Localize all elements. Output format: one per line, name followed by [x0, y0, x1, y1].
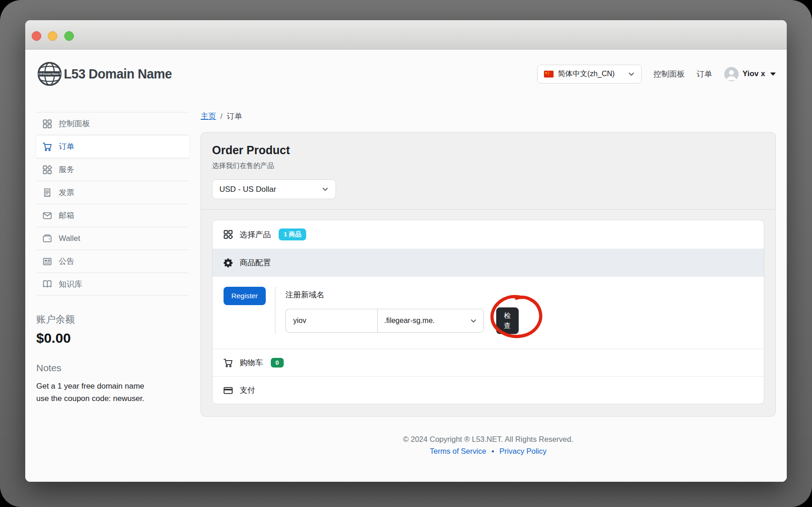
book-icon	[43, 279, 52, 289]
register-domain-label: 注册新域名	[286, 290, 519, 300]
footer-separator: •	[492, 447, 494, 455]
page-content: L53 Domain Name ® L53 Domain Name	[25, 50, 787, 482]
window-titlebar	[25, 20, 787, 50]
site-header: L53 Domain Name ® L53 Domain Name	[36, 50, 776, 98]
close-window-button[interactable]	[32, 31, 41, 41]
sidebar-item-label: 发票	[59, 187, 74, 198]
main-content: 主页 / 订单 Order Product 选择我们在售的产品 USD - US…	[201, 98, 776, 456]
step-label: 购物车	[240, 357, 263, 368]
register-tab-button[interactable]: Register	[224, 287, 266, 305]
notes-heading: Notes	[36, 362, 189, 373]
brand-logo[interactable]: L53 Domain Name ® L53 Domain Name	[36, 61, 172, 87]
breadcrumb: 主页 / 订单	[201, 111, 776, 122]
domain-name-input[interactable]	[286, 309, 377, 333]
cart-icon	[43, 142, 52, 151]
nav-orders-link[interactable]: 订单	[697, 69, 712, 79]
sidebar-item-label: 邮箱	[59, 210, 74, 221]
page-title: Order Product	[212, 144, 764, 157]
sidebar-item-announcements[interactable]: 公告	[36, 250, 189, 273]
currency-select-value: USD - US Dollar	[219, 185, 276, 194]
account-balance-label: 账户余额	[36, 313, 189, 326]
tld-select[interactable]: .filegear-sg.me.	[377, 309, 484, 333]
minimize-window-button[interactable]	[48, 31, 57, 41]
check-domain-button[interactable]: 检 查	[496, 307, 519, 334]
svg-text:L53 Domain Name ®: L53 Domain Name ®	[38, 72, 61, 75]
copyright-text: © 2024 Copyright ® L53.NET. All Rights R…	[201, 435, 776, 444]
cart-icon	[224, 358, 233, 368]
globe-logo-icon: L53 Domain Name ®	[36, 61, 63, 87]
sidebar-item-label: 知识库	[59, 279, 82, 290]
step-configure-product[interactable]: 商品配置	[213, 249, 764, 276]
terms-of-service-link[interactable]: Terms of Service	[430, 447, 486, 455]
cart-count-badge: 0	[271, 358, 284, 368]
sidebar-item-label: 控制面板	[59, 118, 90, 129]
currency-select[interactable]: USD - US Dollar	[212, 179, 336, 199]
account-balance-value: $0.00	[36, 330, 189, 346]
order-product-card: Order Product 选择我们在售的产品 USD - US Dollar	[201, 132, 776, 417]
domain-config-section: Register 注册新域名 .filegear-sg.me.	[213, 276, 764, 349]
sidebar-item-dashboard[interactable]: 控制面板	[36, 112, 189, 135]
product-count-badge: 1 商品	[279, 228, 306, 240]
sidebar-item-invoices[interactable]: 发票	[36, 181, 189, 204]
breadcrumb-separator: /	[220, 112, 223, 121]
user-menu[interactable]: Yiov x	[724, 67, 776, 81]
mail-icon	[43, 211, 52, 220]
chevron-down-icon	[628, 71, 635, 78]
sidebar-nav: 控制面板 订单	[36, 112, 189, 295]
wallet-icon	[43, 234, 52, 243]
step-payment[interactable]: 支付	[213, 376, 764, 404]
sidebar-item-orders[interactable]: 订单	[36, 135, 189, 158]
order-steps-card: 选择产品 1 商品 商品配置 Reg	[212, 220, 764, 404]
sidebar-item-knowledgebase[interactable]: 知识库	[36, 273, 189, 295]
receipt-icon	[43, 188, 52, 197]
chevron-down-icon	[322, 186, 329, 193]
sidebar-item-services[interactable]: 服务	[36, 158, 189, 181]
privacy-policy-link[interactable]: Privacy Policy	[499, 447, 547, 455]
header-actions: 简体中文(zh_CN) 控制面板 订单 Yiov x	[537, 65, 776, 84]
credit-card-icon	[224, 386, 233, 395]
notes-text: Get a 1 year free domain name use the co…	[36, 380, 189, 405]
sidebar-item-mailbox[interactable]: 邮箱	[36, 204, 189, 227]
services-grid-icon	[224, 230, 233, 239]
breadcrumb-current: 订单	[227, 111, 242, 122]
language-select-value: 简体中文(zh_CN)	[558, 69, 623, 79]
step-label: 商品配置	[240, 257, 271, 268]
sidebar-item-label: 公告	[59, 256, 74, 267]
sidebar-item-label: 服务	[59, 164, 74, 175]
brand-name: L53 Domain Name	[64, 66, 172, 82]
vertical-divider	[275, 287, 275, 334]
card-divider	[201, 209, 775, 210]
avatar	[724, 67, 739, 81]
chevron-down-icon	[470, 318, 477, 324]
browser-window: L53 Domain Name ® L53 Domain Name	[25, 20, 787, 482]
services-grid-icon	[43, 165, 52, 174]
language-select[interactable]: 简体中文(zh_CN)	[537, 65, 642, 84]
step-select-product[interactable]: 选择产品 1 商品	[213, 220, 764, 249]
breadcrumb-home-link[interactable]: 主页	[201, 111, 216, 122]
step-cart[interactable]: 购物车 0	[213, 349, 764, 376]
step-label: 选择产品	[240, 229, 271, 240]
fullscreen-window-button[interactable]	[64, 31, 74, 41]
tld-select-value: .filegear-sg.me.	[384, 317, 435, 325]
device-bezel: L53 Domain Name ® L53 Domain Name	[0, 0, 812, 507]
nav-dashboard-link[interactable]: 控制面板	[654, 69, 685, 79]
site-footer: © 2024 Copyright ® L53.NET. All Rights R…	[201, 435, 776, 456]
cn-flag-icon	[544, 71, 554, 78]
sidebar-item-wallet[interactable]: Wallet	[36, 227, 189, 250]
sidebar-item-label: Wallet	[59, 234, 80, 243]
sidebar: 控制面板 订单	[36, 98, 189, 456]
news-icon	[43, 257, 52, 266]
grid-icon	[43, 119, 52, 128]
step-label: 支付	[240, 385, 255, 396]
gear-icon	[224, 258, 233, 267]
caret-down-icon	[770, 72, 776, 76]
user-name: Yiov x	[743, 69, 765, 78]
sidebar-item-label: 订单	[59, 141, 74, 152]
page-subtitle: 选择我们在售的产品	[212, 162, 764, 170]
